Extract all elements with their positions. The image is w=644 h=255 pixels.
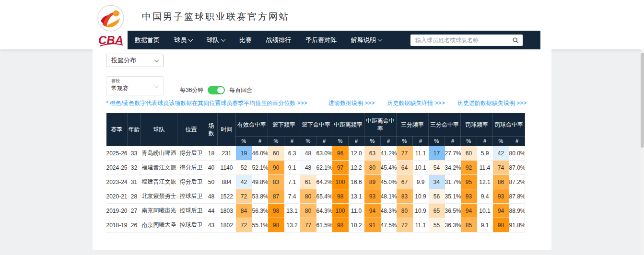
- table-row: 2019-2027南京同曦宙光控球后卫4418038456.3%9813.180…: [106, 204, 525, 218]
- sub-column-header: %: [236, 137, 252, 146]
- value-cell: 45.4%: [381, 161, 397, 175]
- table-row: 2024-2532福建晋江文旅得分后卫4011405252.1%909.1486…: [106, 161, 525, 175]
- value-cell: 53.8%: [252, 189, 268, 204]
- value-cell: 88.9%: [509, 204, 525, 218]
- nav-item-4[interactable]: 战绩排行: [259, 31, 298, 49]
- scrollbar-thumb[interactable]: [641, 53, 644, 148]
- value-cell: 16.6: [349, 175, 364, 189]
- percentile-cell: 97: [332, 161, 349, 175]
- percentile-cell: 80: [300, 189, 316, 204]
- value-cell: 87.0%: [509, 161, 525, 175]
- search-icon[interactable]: [512, 37, 519, 44]
- position-cell: 控球后卫: [177, 189, 205, 204]
- stage-select[interactable]: 赛段 常规赛: [106, 76, 164, 95]
- sub-column-header: %: [429, 137, 445, 146]
- value-cell: 10.1: [477, 204, 493, 218]
- percentile-cell: 96: [332, 146, 349, 161]
- player-search-box[interactable]: [410, 35, 523, 46]
- value-cell: 34.2%: [445, 161, 461, 175]
- sub-column-header: #: [284, 137, 300, 146]
- value-cell: 13.1: [349, 189, 364, 204]
- nav-item-label: 数据首页: [135, 36, 160, 45]
- value-cell: 10.9: [413, 189, 429, 204]
- stat-group-header: 中距离频率: [332, 113, 364, 137]
- value-cell: 63.0%: [316, 146, 332, 161]
- value-cell: 35.1%: [445, 189, 461, 204]
- cba-logo: CBA: [94, 4, 128, 49]
- nav-item-1[interactable]: 球员: [167, 31, 199, 49]
- player-search-input[interactable]: [414, 36, 512, 44]
- position-cell: 控球后卫: [177, 218, 205, 232]
- percentile-cell: 77: [397, 146, 413, 161]
- sub-column-header: #: [349, 137, 364, 146]
- position-cell: 得分后卫: [177, 146, 205, 161]
- value-cell: 7.4: [284, 189, 300, 204]
- stat-category-select[interactable]: 投篮分布: [106, 54, 164, 67]
- value-cell: 46.0%: [252, 146, 268, 161]
- percentile-cell: 60: [268, 146, 284, 161]
- minutes-cell: 1803: [218, 204, 236, 218]
- value-cell: 11.1: [413, 218, 429, 232]
- percentile-cell: 42: [493, 146, 509, 161]
- percentile-cell: 72: [236, 218, 252, 232]
- nav-item-label: 比赛: [239, 36, 252, 45]
- games-cell: 44: [205, 204, 218, 218]
- sub-column-header: #: [413, 137, 429, 146]
- percentile-cell: 86: [493, 175, 509, 189]
- age-cell: 31: [128, 175, 141, 189]
- value-cell: 11.1: [413, 146, 429, 161]
- info-link-1[interactable]: 历史数据缺失详情 >>>: [387, 99, 445, 107]
- value-cell: 10.9: [413, 204, 429, 218]
- percentile-cell: 98: [268, 218, 284, 232]
- percentile-legend[interactable]: * 橙色/蓝色数字代表球员该项数据在其同位置球员赛季平均值里的百分位数 >>>: [106, 99, 307, 107]
- sub-column-header: %: [332, 137, 349, 146]
- nav-item-3[interactable]: 比赛: [232, 31, 259, 49]
- column-header: 时间: [218, 113, 236, 146]
- value-cell: 31.7%: [445, 175, 461, 189]
- stat-category-value: 投篮分布: [111, 56, 136, 65]
- value-cell: 6.3: [284, 146, 300, 161]
- team-cell: 福建晋江文旅: [141, 175, 177, 189]
- sub-column-header: %: [364, 137, 381, 146]
- percentile-cell: 94: [461, 204, 477, 218]
- value-cell: 27.7%: [445, 146, 461, 161]
- value-cell: 80.0%: [509, 146, 525, 161]
- percentile-cell: 98: [268, 204, 284, 218]
- nav-item-label: 季后赛对阵: [305, 36, 337, 45]
- info-link-0[interactable]: 进阶数据说明 >>>: [328, 99, 375, 107]
- sub-column-header: #: [252, 137, 268, 146]
- value-cell: 48.1%: [381, 189, 397, 204]
- rate-mode-toggle[interactable]: [208, 86, 225, 94]
- percentile-cell: 64: [397, 161, 413, 175]
- age-cell: 28: [128, 189, 141, 204]
- sub-column-header: %: [268, 137, 284, 146]
- toggle-knob: [217, 87, 224, 93]
- nav-item-5[interactable]: 季后赛对阵: [298, 31, 344, 49]
- stat-group-header: 篮下命中率: [300, 113, 332, 137]
- minutes-cell: 231: [218, 146, 236, 161]
- sub-column-header: %: [300, 137, 316, 146]
- team-cell: 南京同曦宙光: [141, 204, 177, 218]
- percentile-cell: 72: [397, 218, 413, 232]
- column-header: 场数: [205, 113, 218, 146]
- scrollbar-track[interactable]: [641, 49, 644, 255]
- position-cell: 控球后卫: [177, 204, 205, 218]
- value-cell: 87.2%: [509, 175, 525, 189]
- stat-group-header: 中距离命中率: [364, 113, 397, 137]
- nav-item-6[interactable]: 解释说明: [344, 31, 389, 49]
- nav-item-2[interactable]: 球队: [199, 31, 232, 49]
- table-row: 2020-2128北京紫禁勇士控球后卫4815227253.8%877.4806…: [106, 189, 525, 204]
- info-link-2[interactable]: 历史进阶数据缺失说明 >>>: [457, 99, 527, 107]
- sub-column-header: %: [397, 137, 413, 146]
- stat-group-header: 罚球命中率: [493, 113, 525, 137]
- stat-group-header: 有效命中率: [236, 113, 268, 137]
- per100-label: 每百回合: [229, 86, 252, 94]
- season-cell: 2018-19: [106, 218, 128, 232]
- percentile-cell: 67: [397, 175, 413, 189]
- age-cell: 32: [128, 161, 141, 175]
- nav-item-label: 战绩排行: [266, 36, 291, 45]
- chevron-down-icon: [221, 37, 226, 42]
- nav-item-0[interactable]: 数据首页: [128, 31, 167, 49]
- value-cell: 52.1%: [252, 161, 268, 175]
- sub-column-header: %: [493, 137, 509, 146]
